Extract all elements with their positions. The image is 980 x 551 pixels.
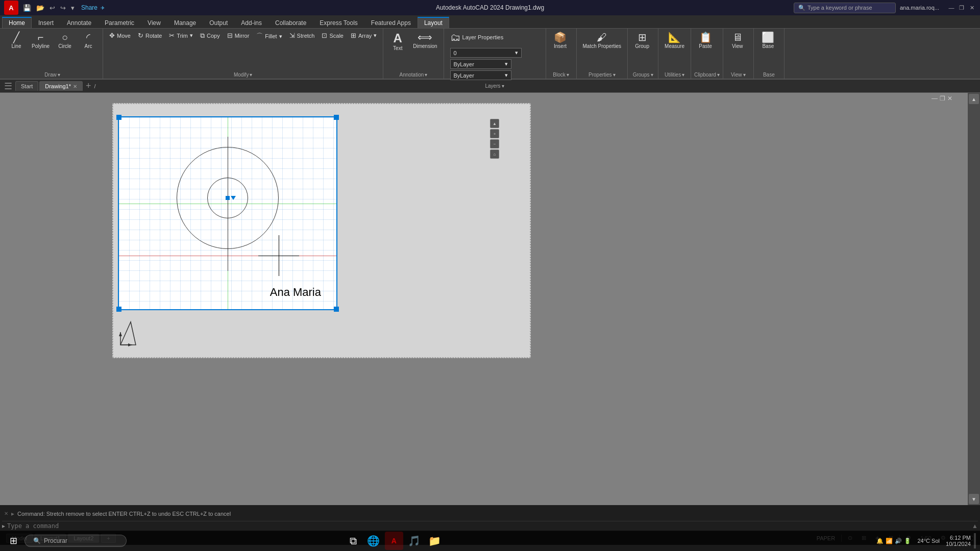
undo-button[interactable]: ↩ xyxy=(48,4,57,12)
canvas-area[interactable]: — ❐ ✕ xyxy=(0,93,968,505)
layer-properties-button[interactable]: 🗂 Layer Properties xyxy=(447,31,507,44)
chrome-button[interactable]: 🌐 xyxy=(364,532,383,550)
minimize-button[interactable]: — xyxy=(947,4,955,12)
start-button[interactable]: ⊞ xyxy=(4,532,22,550)
notification-icon[interactable]: 🔔 xyxy=(876,538,884,544)
modify-group-label[interactable]: Modify ▾ xyxy=(106,71,380,78)
battery-icon[interactable]: 🔋 xyxy=(904,538,911,544)
array-button[interactable]: ⊞ Array ▾ xyxy=(348,31,380,40)
tab-view[interactable]: View xyxy=(141,17,167,28)
app4-button[interactable]: 🎵 xyxy=(405,532,424,550)
search-bar[interactable]: 🔍 Type a keyword or phrase xyxy=(794,3,896,13)
save-button[interactable]: 💾 xyxy=(21,4,33,12)
share-button[interactable]: Share xyxy=(81,4,97,11)
taskbar-search[interactable]: 🔍 Procurar xyxy=(24,535,127,547)
tab-annotate[interactable]: Annotate xyxy=(60,17,98,28)
tab-output[interactable]: Output xyxy=(203,17,234,28)
nav-home-button[interactable]: ⌂ xyxy=(490,149,499,159)
trim-button[interactable]: ✂ Trim ▾ xyxy=(166,31,196,40)
autocad-button[interactable]: A xyxy=(385,532,403,550)
circle-button[interactable]: ○ Circle xyxy=(54,31,76,51)
explorer-button[interactable]: 📁 xyxy=(426,532,444,550)
task-view-button[interactable]: ⧉ xyxy=(344,532,362,550)
tab-express[interactable]: Express Tools xyxy=(313,17,364,28)
draw-group-label[interactable]: Draw ▾ xyxy=(5,71,100,78)
tab-featured[interactable]: Featured Apps xyxy=(364,17,418,28)
layers-group-label[interactable]: Layers ▾ xyxy=(447,82,543,89)
linetype-dropdown[interactable]: ByLayer ▾ xyxy=(450,70,511,80)
grip-triangle[interactable] xyxy=(231,196,236,200)
qa-dropdown[interactable]: ▾ xyxy=(69,4,76,12)
paper-sheet[interactable]: Ana Maria xyxy=(118,116,337,310)
tab-insert[interactable]: Insert xyxy=(32,17,60,28)
grip-square[interactable] xyxy=(226,196,230,200)
layer-dropdown-main[interactable]: 0 ▾ xyxy=(450,48,522,58)
scroll-up-button[interactable]: ▲ xyxy=(969,94,979,104)
move-button[interactable]: ✥ Move xyxy=(106,31,134,40)
sidebar-toggle[interactable]: ☰ xyxy=(4,81,12,92)
tab-drawing1[interactable]: Drawing1* ✕ xyxy=(39,81,83,91)
scale-button[interactable]: ⊡ Scale xyxy=(318,31,347,40)
insert-button[interactable]: 📦 Insert xyxy=(549,31,572,51)
text-button[interactable]: A Text xyxy=(386,31,409,53)
measure-button[interactable]: 📐 Measure xyxy=(662,31,688,51)
base-button[interactable]: ⬜ Base xyxy=(757,31,779,51)
canvas-close[interactable]: ✕ xyxy=(947,95,952,102)
cmd-scroll-up[interactable]: ▲ xyxy=(972,522,978,530)
mirror-button[interactable]: ⊟ Mirror xyxy=(224,31,253,40)
user-account[interactable]: ana.maria.roq... xyxy=(900,5,939,11)
stretch-button[interactable]: ⇲ Stretch xyxy=(286,31,318,40)
nav-plus-button[interactable]: + xyxy=(490,129,499,138)
cmd-filter[interactable]: ▸ xyxy=(11,510,14,517)
nav-minus-button[interactable]: − xyxy=(490,139,499,148)
tab-start[interactable]: Start xyxy=(15,81,38,91)
tab-layout[interactable]: Layout xyxy=(418,17,449,28)
canvas-restore[interactable]: ❐ xyxy=(940,95,945,102)
copy-button[interactable]: ⧉ Copy xyxy=(197,31,223,41)
tab-collaborate[interactable]: Collaborate xyxy=(268,17,313,28)
close-tab-button[interactable]: ✕ xyxy=(73,84,77,89)
redo-button[interactable]: ↪ xyxy=(59,4,67,12)
trim-dropdown[interactable]: ▾ xyxy=(190,32,193,39)
view-button[interactable]: 🖥 View xyxy=(726,31,749,51)
drawing-viewport[interactable]: Ana Maria ▲ + − ⌂ xyxy=(112,103,531,358)
view-group-label[interactable]: View ▾ xyxy=(726,71,750,78)
polyline-button[interactable]: ⌐ Polyline xyxy=(29,31,53,51)
command-input[interactable] xyxy=(7,522,970,530)
annotation-group-label[interactable]: Annotation ▾ xyxy=(386,71,440,78)
group-button[interactable]: ⊞ Group xyxy=(631,31,653,51)
nav-up-button[interactable]: ▲ xyxy=(490,119,499,128)
close-button[interactable]: ✕ xyxy=(968,4,976,12)
dimension-button[interactable]: ⟺ Dimension xyxy=(410,31,440,51)
line-button[interactable]: ╱ Line xyxy=(5,31,28,51)
new-tab-button[interactable]: + xyxy=(86,81,91,91)
canvas-minimize[interactable]: — xyxy=(932,95,938,102)
tab-parametric[interactable]: Parametric xyxy=(98,17,141,28)
tab-addins[interactable]: Add-ins xyxy=(234,17,268,28)
utilities-group-label[interactable]: Utilities ▾ xyxy=(662,71,688,78)
rotate-button[interactable]: ↻ Rotate xyxy=(135,31,165,40)
groups-group-label[interactable]: Groups ▾ xyxy=(631,71,655,78)
cmd-expand[interactable]: ✕ xyxy=(4,511,8,516)
arc-button[interactable]: ◜ Arc xyxy=(77,31,100,51)
volume-icon[interactable]: 🔊 xyxy=(895,538,902,544)
paste-button[interactable]: 📋 Paste xyxy=(694,31,717,51)
network-icon[interactable]: 📶 xyxy=(886,538,893,544)
fillet-button[interactable]: ⌒ Fillet ▾ xyxy=(253,31,285,42)
fillet-dropdown[interactable]: ▾ xyxy=(279,33,282,40)
tab-manage[interactable]: Manage xyxy=(167,17,203,28)
open-button[interactable]: 📂 xyxy=(35,4,46,12)
array-dropdown[interactable]: ▾ xyxy=(374,32,377,39)
properties-group-label[interactable]: Properties ▾ xyxy=(580,71,625,78)
base-group-label[interactable]: Base xyxy=(757,71,781,78)
show-desktop-button[interactable] xyxy=(974,533,976,548)
scroll-down-button[interactable]: ▼ xyxy=(969,494,979,504)
match-properties-button[interactable]: 🖌 Match Properties xyxy=(580,31,625,51)
system-clock[interactable]: 6:12 PM 10/1/2024 xyxy=(946,535,971,547)
block-group-label[interactable]: Block ▾ xyxy=(549,71,573,78)
color-dropdown[interactable]: ByLayer ▾ xyxy=(450,59,511,69)
restore-button[interactable]: ❐ xyxy=(958,4,966,12)
draw-group: ╱ Line ⌐ Polyline ○ Circle ◜ Arc Draw ▾ xyxy=(2,29,103,79)
tab-home[interactable]: Home xyxy=(2,17,32,28)
clipboard-group-label[interactable]: Clipboard ▾ xyxy=(694,71,720,78)
